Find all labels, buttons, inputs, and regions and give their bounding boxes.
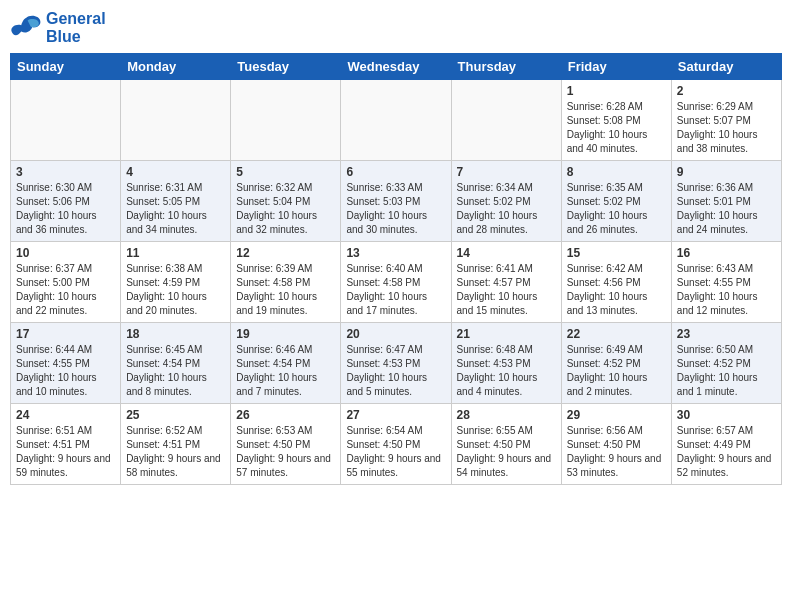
day-info: Sunrise: 6:41 AMSunset: 4:57 PMDaylight:… xyxy=(457,262,556,318)
calendar-week-row: 10Sunrise: 6:37 AMSunset: 5:00 PMDayligh… xyxy=(11,242,782,323)
calendar-day-cell: 2Sunrise: 6:29 AMSunset: 5:07 PMDaylight… xyxy=(671,80,781,161)
day-number: 5 xyxy=(236,165,335,179)
calendar-day-cell: 23Sunrise: 6:50 AMSunset: 4:52 PMDayligh… xyxy=(671,323,781,404)
day-info: Sunrise: 6:55 AMSunset: 4:50 PMDaylight:… xyxy=(457,424,556,480)
calendar-day-cell xyxy=(451,80,561,161)
day-info: Sunrise: 6:35 AMSunset: 5:02 PMDaylight:… xyxy=(567,181,666,237)
day-number: 17 xyxy=(16,327,115,341)
day-info: Sunrise: 6:37 AMSunset: 5:00 PMDaylight:… xyxy=(16,262,115,318)
day-info: Sunrise: 6:45 AMSunset: 4:54 PMDaylight:… xyxy=(126,343,225,399)
calendar-header-row: SundayMondayTuesdayWednesdayThursdayFrid… xyxy=(11,54,782,80)
day-info: Sunrise: 6:33 AMSunset: 5:03 PMDaylight:… xyxy=(346,181,445,237)
day-number: 13 xyxy=(346,246,445,260)
calendar-day-cell: 1Sunrise: 6:28 AMSunset: 5:08 PMDaylight… xyxy=(561,80,671,161)
calendar-table: SundayMondayTuesdayWednesdayThursdayFrid… xyxy=(10,53,782,485)
day-number: 18 xyxy=(126,327,225,341)
day-number: 20 xyxy=(346,327,445,341)
day-info: Sunrise: 6:50 AMSunset: 4:52 PMDaylight:… xyxy=(677,343,776,399)
page-header: General Blue xyxy=(10,10,782,45)
day-number: 26 xyxy=(236,408,335,422)
weekday-header: Thursday xyxy=(451,54,561,80)
day-info: Sunrise: 6:57 AMSunset: 4:49 PMDaylight:… xyxy=(677,424,776,480)
day-number: 30 xyxy=(677,408,776,422)
calendar-day-cell: 30Sunrise: 6:57 AMSunset: 4:49 PMDayligh… xyxy=(671,404,781,485)
calendar-week-row: 24Sunrise: 6:51 AMSunset: 4:51 PMDayligh… xyxy=(11,404,782,485)
day-number: 9 xyxy=(677,165,776,179)
day-number: 24 xyxy=(16,408,115,422)
day-number: 27 xyxy=(346,408,445,422)
day-info: Sunrise: 6:51 AMSunset: 4:51 PMDaylight:… xyxy=(16,424,115,480)
day-info: Sunrise: 6:48 AMSunset: 4:53 PMDaylight:… xyxy=(457,343,556,399)
day-info: Sunrise: 6:38 AMSunset: 4:59 PMDaylight:… xyxy=(126,262,225,318)
calendar-day-cell: 14Sunrise: 6:41 AMSunset: 4:57 PMDayligh… xyxy=(451,242,561,323)
day-info: Sunrise: 6:56 AMSunset: 4:50 PMDaylight:… xyxy=(567,424,666,480)
day-number: 4 xyxy=(126,165,225,179)
calendar-day-cell: 25Sunrise: 6:52 AMSunset: 4:51 PMDayligh… xyxy=(121,404,231,485)
day-number: 19 xyxy=(236,327,335,341)
day-number: 14 xyxy=(457,246,556,260)
day-number: 28 xyxy=(457,408,556,422)
calendar-day-cell: 4Sunrise: 6:31 AMSunset: 5:05 PMDaylight… xyxy=(121,161,231,242)
day-number: 25 xyxy=(126,408,225,422)
day-info: Sunrise: 6:32 AMSunset: 5:04 PMDaylight:… xyxy=(236,181,335,237)
day-info: Sunrise: 6:43 AMSunset: 4:55 PMDaylight:… xyxy=(677,262,776,318)
calendar-day-cell: 9Sunrise: 6:36 AMSunset: 5:01 PMDaylight… xyxy=(671,161,781,242)
weekday-header: Friday xyxy=(561,54,671,80)
day-info: Sunrise: 6:36 AMSunset: 5:01 PMDaylight:… xyxy=(677,181,776,237)
day-info: Sunrise: 6:30 AMSunset: 5:06 PMDaylight:… xyxy=(16,181,115,237)
weekday-header: Wednesday xyxy=(341,54,451,80)
weekday-header: Saturday xyxy=(671,54,781,80)
logo-icon xyxy=(10,14,42,42)
day-info: Sunrise: 6:49 AMSunset: 4:52 PMDaylight:… xyxy=(567,343,666,399)
calendar-day-cell xyxy=(121,80,231,161)
calendar-day-cell: 28Sunrise: 6:55 AMSunset: 4:50 PMDayligh… xyxy=(451,404,561,485)
day-number: 23 xyxy=(677,327,776,341)
calendar-day-cell: 12Sunrise: 6:39 AMSunset: 4:58 PMDayligh… xyxy=(231,242,341,323)
calendar-week-row: 1Sunrise: 6:28 AMSunset: 5:08 PMDaylight… xyxy=(11,80,782,161)
day-number: 6 xyxy=(346,165,445,179)
calendar-week-row: 17Sunrise: 6:44 AMSunset: 4:55 PMDayligh… xyxy=(11,323,782,404)
calendar-day-cell: 24Sunrise: 6:51 AMSunset: 4:51 PMDayligh… xyxy=(11,404,121,485)
calendar-day-cell: 27Sunrise: 6:54 AMSunset: 4:50 PMDayligh… xyxy=(341,404,451,485)
day-number: 15 xyxy=(567,246,666,260)
day-info: Sunrise: 6:29 AMSunset: 5:07 PMDaylight:… xyxy=(677,100,776,156)
day-info: Sunrise: 6:40 AMSunset: 4:58 PMDaylight:… xyxy=(346,262,445,318)
calendar-day-cell: 11Sunrise: 6:38 AMSunset: 4:59 PMDayligh… xyxy=(121,242,231,323)
calendar-day-cell: 3Sunrise: 6:30 AMSunset: 5:06 PMDaylight… xyxy=(11,161,121,242)
day-number: 3 xyxy=(16,165,115,179)
day-info: Sunrise: 6:44 AMSunset: 4:55 PMDaylight:… xyxy=(16,343,115,399)
day-number: 7 xyxy=(457,165,556,179)
logo: General Blue xyxy=(10,10,106,45)
day-info: Sunrise: 6:28 AMSunset: 5:08 PMDaylight:… xyxy=(567,100,666,156)
day-number: 29 xyxy=(567,408,666,422)
calendar-day-cell: 22Sunrise: 6:49 AMSunset: 4:52 PMDayligh… xyxy=(561,323,671,404)
weekday-header: Sunday xyxy=(11,54,121,80)
day-info: Sunrise: 6:47 AMSunset: 4:53 PMDaylight:… xyxy=(346,343,445,399)
day-info: Sunrise: 6:31 AMSunset: 5:05 PMDaylight:… xyxy=(126,181,225,237)
day-info: Sunrise: 6:53 AMSunset: 4:50 PMDaylight:… xyxy=(236,424,335,480)
day-info: Sunrise: 6:54 AMSunset: 4:50 PMDaylight:… xyxy=(346,424,445,480)
day-number: 10 xyxy=(16,246,115,260)
calendar-day-cell: 10Sunrise: 6:37 AMSunset: 5:00 PMDayligh… xyxy=(11,242,121,323)
day-number: 21 xyxy=(457,327,556,341)
day-number: 12 xyxy=(236,246,335,260)
calendar-day-cell xyxy=(11,80,121,161)
calendar-day-cell: 8Sunrise: 6:35 AMSunset: 5:02 PMDaylight… xyxy=(561,161,671,242)
calendar-week-row: 3Sunrise: 6:30 AMSunset: 5:06 PMDaylight… xyxy=(11,161,782,242)
calendar-day-cell xyxy=(231,80,341,161)
calendar-day-cell: 15Sunrise: 6:42 AMSunset: 4:56 PMDayligh… xyxy=(561,242,671,323)
calendar-day-cell xyxy=(341,80,451,161)
calendar-day-cell: 16Sunrise: 6:43 AMSunset: 4:55 PMDayligh… xyxy=(671,242,781,323)
calendar-day-cell: 13Sunrise: 6:40 AMSunset: 4:58 PMDayligh… xyxy=(341,242,451,323)
calendar-day-cell: 5Sunrise: 6:32 AMSunset: 5:04 PMDaylight… xyxy=(231,161,341,242)
calendar-day-cell: 17Sunrise: 6:44 AMSunset: 4:55 PMDayligh… xyxy=(11,323,121,404)
day-info: Sunrise: 6:46 AMSunset: 4:54 PMDaylight:… xyxy=(236,343,335,399)
day-number: 16 xyxy=(677,246,776,260)
day-number: 11 xyxy=(126,246,225,260)
weekday-header: Tuesday xyxy=(231,54,341,80)
day-number: 2 xyxy=(677,84,776,98)
day-info: Sunrise: 6:34 AMSunset: 5:02 PMDaylight:… xyxy=(457,181,556,237)
calendar-day-cell: 7Sunrise: 6:34 AMSunset: 5:02 PMDaylight… xyxy=(451,161,561,242)
calendar-day-cell: 29Sunrise: 6:56 AMSunset: 4:50 PMDayligh… xyxy=(561,404,671,485)
day-number: 8 xyxy=(567,165,666,179)
